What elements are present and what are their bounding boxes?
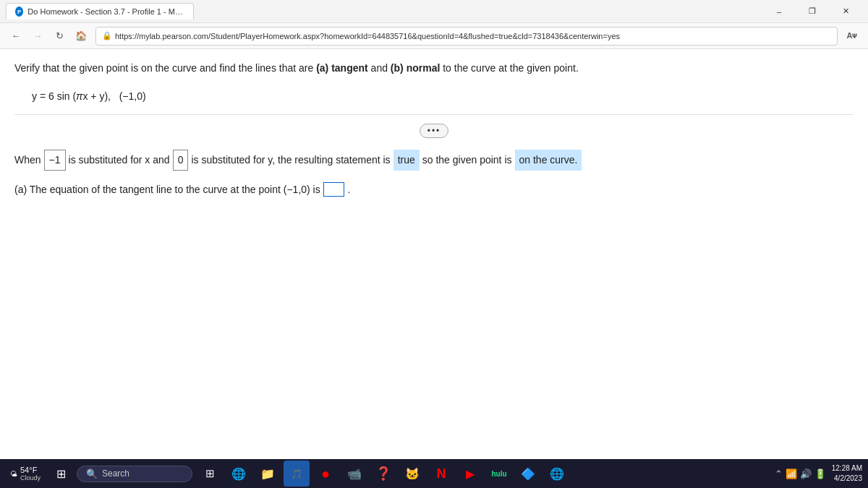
question-text: Verify that the given point is on the cu…: [14, 61, 854, 76]
browser-tab[interactable]: P Do Homework - Section 3.7 - Profile 1 …: [6, 3, 194, 20]
refresh-button[interactable]: ↻: [49, 26, 69, 46]
minimize-button[interactable]: –: [762, 0, 796, 23]
on-curve-highlighted: on the curve.: [515, 150, 582, 171]
tab-area: P Do Homework - Section 3.7 - Profile 1 …: [6, 3, 762, 20]
question-end: to the curve at the given point.: [443, 62, 579, 74]
taskbar-clock[interactable]: 12:28 AM 4/2/2023: [832, 463, 862, 484]
taskbar-icon-edge[interactable]: 🔷: [515, 461, 541, 487]
network-icon[interactable]: 📶: [786, 468, 797, 479]
more-button[interactable]: •••: [420, 124, 449, 138]
taskbar-icon-music[interactable]: 🎵: [284, 461, 310, 487]
part-a-line: (a) The equation of the tangent line to …: [14, 182, 854, 197]
taskbar-icon-netflix[interactable]: N: [428, 461, 454, 487]
taskbar-weather: 🌤 54°F Cloudy: [6, 464, 45, 483]
back-button[interactable]: ←: [6, 26, 26, 46]
taskbar-icon-cat[interactable]: 🐱: [399, 461, 425, 487]
battery-icon[interactable]: 🔋: [814, 468, 826, 479]
taskbar-icon-hulu[interactable]: hulu: [486, 461, 512, 487]
substituted-y-text: is substituted for y, the resulting stat…: [191, 151, 390, 169]
divider: [14, 114, 854, 115]
y-value-box: 0: [173, 150, 189, 171]
weather-icon: 🌤: [10, 470, 17, 478]
taskbar: 🌤 54°F Cloudy ⊞ 🔍 Search ⊞ 🌐 📁 🎵 ● 📹 ❓ 🐱…: [0, 459, 868, 488]
taskbar-icon-earth[interactable]: 🌐: [226, 461, 252, 487]
start-button[interactable]: ⊞: [49, 462, 72, 485]
window-controls: – ❐ ✕: [762, 0, 862, 23]
question-intro: Verify that the given point is on the cu…: [14, 62, 313, 74]
normal-word: (b) normal: [391, 62, 440, 74]
taskbar-icon-red[interactable]: ●: [312, 461, 339, 487]
url-input[interactable]: 🔒 https://mylab.pearson.com/Student/Play…: [95, 27, 838, 46]
x-value-box: −1: [44, 150, 66, 171]
taskbar-icon-file[interactable]: 📁: [255, 461, 281, 487]
restore-button[interactable]: ❐: [796, 0, 829, 23]
time-display: 12:28 AM: [832, 463, 862, 474]
taskbar-icon-browser[interactable]: 🌐: [544, 461, 570, 487]
search-label: Search: [102, 468, 129, 479]
forward-button[interactable]: →: [27, 26, 48, 46]
favicon-icon: P: [15, 7, 23, 17]
taskbar-search[interactable]: 🔍 Search: [77, 466, 192, 482]
when-substitution-line: When −1 is substituted for x and 0 is su…: [14, 150, 854, 171]
system-tray-icons: ⌃ 📶 🔊 🔋: [775, 468, 826, 479]
tangent-word: (a) tangent: [316, 62, 368, 74]
volume-icon[interactable]: 🔊: [800, 468, 812, 479]
equation-line: y = 6 sin (πx + y), (−1,0): [32, 87, 854, 106]
close-button[interactable]: ✕: [829, 0, 862, 23]
read-aloud-button[interactable]: Aᴪ: [842, 26, 862, 46]
url-text: https://mylab.pearson.com/Student/Player…: [115, 32, 620, 40]
part-a-prefix: (a) The equation of the tangent line to …: [14, 184, 320, 195]
chevron-up-icon[interactable]: ⌃: [775, 468, 783, 479]
content-area: Verify that the given point is on the cu…: [0, 49, 868, 459]
so-text: so the given point is: [422, 151, 512, 169]
address-bar: ← → ↻ 🏠 🔒 https://mylab.pearson.com/Stud…: [0, 23, 868, 49]
taskbar-app-icons: ⊞ 🌐 📁 🎵 ● 📹 ❓ 🐱 N ▶ hulu 🔷 🌐: [197, 461, 770, 487]
tab-title: Do Homework - Section 3.7 - Profile 1 - …: [27, 7, 184, 16]
when-prefix: When: [14, 151, 41, 169]
taskbar-right: ⌃ 📶 🔊 🔋 12:28 AM 4/2/2023: [775, 463, 862, 484]
equation-prefix: y = 6 sin (πx + y), (−1,0): [32, 90, 146, 102]
period: .: [347, 184, 350, 195]
date-display: 4/2/2023: [832, 474, 862, 484]
taskbar-icon-youtube[interactable]: ▶: [457, 461, 483, 487]
taskbar-icon-question[interactable]: ❓: [370, 461, 396, 487]
tangent-answer-box[interactable]: [323, 182, 345, 197]
weather-condition: Cloudy: [20, 474, 41, 481]
true-highlighted: true: [393, 150, 420, 171]
title-bar: P Do Homework - Section 3.7 - Profile 1 …: [0, 0, 868, 23]
taskbar-icon-widgets[interactable]: ⊞: [197, 461, 223, 487]
search-icon: 🔍: [86, 468, 98, 479]
more-button-area: •••: [14, 124, 854, 138]
and-word: and: [371, 62, 388, 74]
taskbar-icon-video[interactable]: 📹: [341, 461, 367, 487]
weather-temp: 54°F: [20, 466, 41, 474]
weather-info: 54°F Cloudy: [20, 466, 41, 481]
substituted-x-text: is substituted for x and: [69, 151, 170, 169]
home-button[interactable]: 🏠: [71, 26, 91, 46]
nav-buttons: ← → ↻ 🏠: [6, 26, 91, 46]
